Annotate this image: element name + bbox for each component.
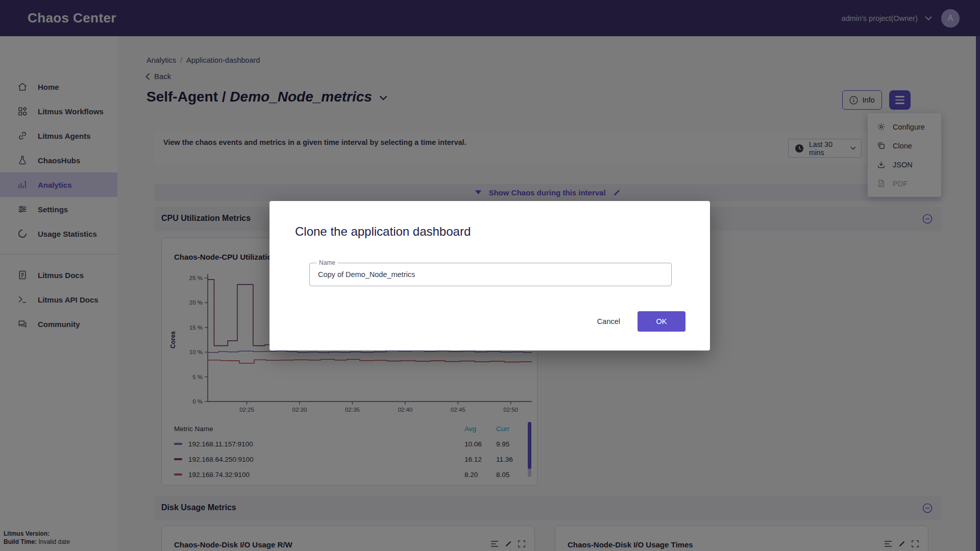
clone-dashboard-modal: Clone the application dashboard Name Can… xyxy=(270,201,710,350)
ok-button[interactable]: OK xyxy=(638,311,685,332)
name-field-label: Name xyxy=(316,259,338,266)
name-input[interactable] xyxy=(310,263,671,286)
cancel-button[interactable]: Cancel xyxy=(597,317,620,325)
name-field: Name xyxy=(309,263,672,286)
modal-title: Clone the application dashboard xyxy=(295,224,471,239)
